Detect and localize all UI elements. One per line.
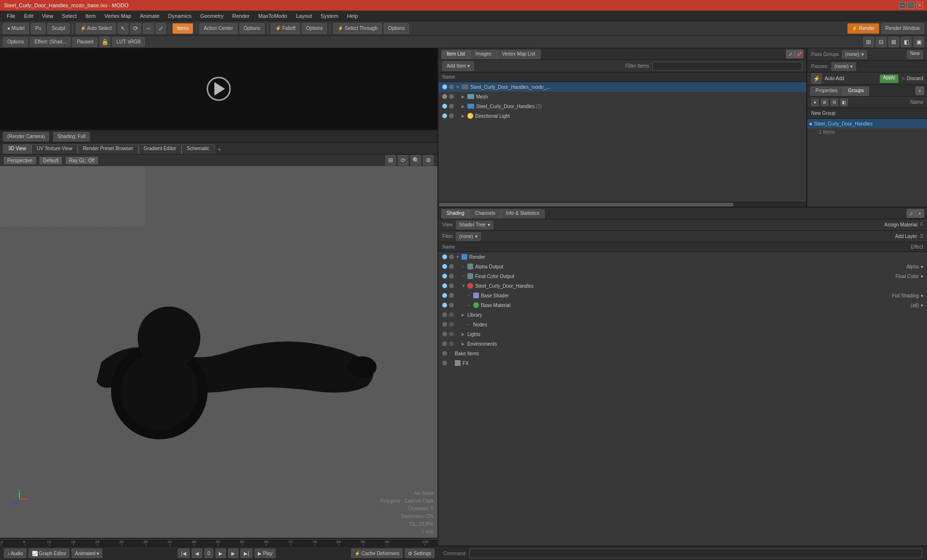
animated-btn[interactable]: Animated ▾: [71, 548, 102, 558]
menu-system[interactable]: System: [317, 12, 342, 20]
frame-input[interactable]: 0: [204, 548, 214, 558]
viewport-icon-2[interactable]: ⟳: [398, 155, 408, 166]
vis-dot2-light[interactable]: [449, 113, 454, 118]
prev-key-btn[interactable]: |◀: [178, 548, 190, 558]
viewport-icon-3[interactable]: 🔍: [410, 155, 421, 166]
vis-final[interactable]: [442, 274, 447, 279]
passes-dropdown[interactable]: (none) ▾: [831, 62, 857, 71]
tab-render-preset[interactable]: Render Preset Browser: [78, 144, 139, 154]
vis-env[interactable]: [442, 341, 447, 346]
action-options-btn[interactable]: Options: [239, 23, 265, 34]
tab-add-btn[interactable]: +: [215, 144, 225, 154]
action-center-btn[interactable]: Action Center: [199, 23, 238, 34]
menu-select[interactable]: Select: [58, 12, 81, 20]
next-key-btn[interactable]: ▶|: [240, 548, 253, 558]
camera-label[interactable]: (Render Camera): [3, 132, 49, 141]
mode-model-btn[interactable]: ● Model: [3, 23, 29, 34]
add-item-btn[interactable]: Add Item ▾: [442, 61, 474, 71]
auto-add-icon[interactable]: ⚡: [811, 73, 822, 84]
menu-render[interactable]: Render: [228, 12, 253, 20]
tree-item-light[interactable]: ▶ Directional Light: [438, 111, 806, 121]
vis-alpha[interactable]: [442, 264, 447, 269]
shading-pin-btn[interactable]: +: [915, 209, 924, 218]
play-play-btn[interactable]: ▶ Play: [254, 548, 276, 558]
render-btn[interactable]: ⚡ Render: [847, 23, 879, 34]
vis-nodes[interactable]: [442, 322, 447, 327]
play-btn[interactable]: ▶: [215, 548, 226, 558]
tool-icon-2[interactable]: ⟳: [130, 23, 141, 34]
menu-dynamics[interactable]: Dynamics: [164, 12, 195, 20]
auto-select-btn[interactable]: ⚡ Auto Select: [76, 23, 116, 34]
menu-file[interactable]: File: [3, 12, 19, 20]
filter-dropdown[interactable]: (none) ▾: [456, 232, 481, 241]
vis-handles-mat[interactable]: [442, 283, 447, 288]
vis-alpha2[interactable]: [449, 264, 454, 269]
layout-icon-1[interactable]: ⊞: [863, 37, 874, 47]
groups-icon-1[interactable]: ●: [811, 98, 819, 106]
shading-item-handles-mat[interactable]: ▼ Steel_Curly_Door_Handles: [438, 281, 927, 291]
new-group-btn[interactable]: New: [907, 50, 923, 59]
viewport-icon-1[interactable]: ⊞: [385, 155, 396, 166]
groups-icon-2[interactable]: ⊞: [821, 98, 829, 106]
tab-3d-view[interactable]: 3D View: [3, 144, 31, 154]
through-options-btn[interactable]: Options: [384, 23, 409, 34]
close-btn[interactable]: ✕: [916, 2, 923, 9]
vis-dot2-scene[interactable]: [449, 84, 454, 89]
vis-dot-mesh[interactable]: [442, 94, 447, 99]
shading-item-fx[interactable]: FX: [438, 358, 927, 368]
filter-items-input[interactable]: [652, 62, 802, 70]
next-frame-btn[interactable]: ▶: [228, 548, 239, 558]
view-perspective[interactable]: Perspective: [4, 157, 36, 164]
falloff-btn[interactable]: ⚡ Falloff: [271, 23, 300, 34]
vis-base-shader[interactable]: [442, 293, 447, 298]
shading-item-base-material[interactable]: ─ Base Material (all) ▾: [438, 300, 927, 310]
menu-maxtomodo[interactable]: MaxToModo: [254, 12, 291, 20]
shading-item-environments[interactable]: ▶ Environments: [438, 339, 927, 349]
vis-base-shader2[interactable]: [449, 293, 454, 298]
vis-render2[interactable]: [449, 254, 454, 259]
groups-expand-btn[interactable]: +: [915, 86, 924, 95]
item-list-pin-btn[interactable]: 📌: [795, 50, 803, 58]
vis-bake[interactable]: [442, 351, 447, 356]
viewport-3d[interactable]: Perspective Default Ray GL: Off ⊞ ⟳ 🔍 ⚙: [0, 154, 437, 538]
layout-icon-5[interactable]: ▣: [913, 37, 924, 47]
menu-layout[interactable]: Layout: [292, 12, 316, 20]
effect-btn[interactable]: Effect: (Shad...: [30, 37, 70, 47]
tab-item-list[interactable]: Item List: [441, 50, 470, 59]
viewport-icon-4[interactable]: ⚙: [423, 155, 434, 166]
vis-library[interactable]: [442, 312, 447, 317]
vis-dot2-mesh[interactable]: [449, 94, 454, 99]
items-btn[interactable]: Items: [172, 23, 193, 34]
layout-icon-3[interactable]: ⊠: [888, 37, 899, 47]
tab-uv-texture[interactable]: UV Texture View: [31, 144, 78, 154]
tab-channels[interactable]: Channels: [470, 209, 501, 219]
item-list-expand-btn[interactable]: ⤢: [786, 50, 795, 58]
shader-tree-dropdown[interactable]: Shader Tree ▾: [456, 221, 493, 229]
pass-groups-dropdown[interactable]: (none) ▾: [842, 50, 867, 59]
options-btn2[interactable]: Options: [3, 37, 28, 47]
paused-btn[interactable]: Paused: [72, 37, 98, 47]
tab-groups[interactable]: Groups: [843, 86, 870, 96]
shading-label[interactable]: Shading: Full: [53, 132, 90, 141]
groups-icon-3[interactable]: ⚙: [830, 98, 838, 106]
vis-dot-handles[interactable]: [442, 104, 447, 109]
vis-final2[interactable]: [449, 274, 454, 279]
shading-item-final-color[interactable]: ─ Final Color Output Final Color ▾: [438, 271, 927, 281]
command-input[interactable]: [469, 548, 922, 558]
vis-base-mat2[interactable]: [449, 303, 454, 308]
select-through-btn[interactable]: ⚡ Select Through: [333, 23, 381, 34]
vis-library2[interactable]: [449, 312, 454, 317]
apply-btn[interactable]: Apply: [880, 74, 899, 83]
vis-dot2-handles[interactable]: [449, 104, 454, 109]
tab-properties[interactable]: Properties: [810, 86, 843, 96]
tool-icon-1[interactable]: ↖: [118, 23, 128, 34]
vis-handles-mat2[interactable]: [449, 283, 454, 288]
lut-btn[interactable]: LUT: sRGB: [112, 37, 145, 47]
maximize-btn[interactable]: □: [908, 2, 914, 9]
vis-render[interactable]: [442, 254, 447, 259]
vis-lights2[interactable]: [449, 332, 454, 336]
vis-nodes2[interactable]: [449, 322, 454, 327]
tree-item-scene[interactable]: ▼ Steel_Curly_Door_Handles_modo_...: [438, 82, 806, 92]
menu-animate[interactable]: Animate: [136, 12, 163, 20]
tab-shading[interactable]: Shading: [441, 209, 470, 219]
